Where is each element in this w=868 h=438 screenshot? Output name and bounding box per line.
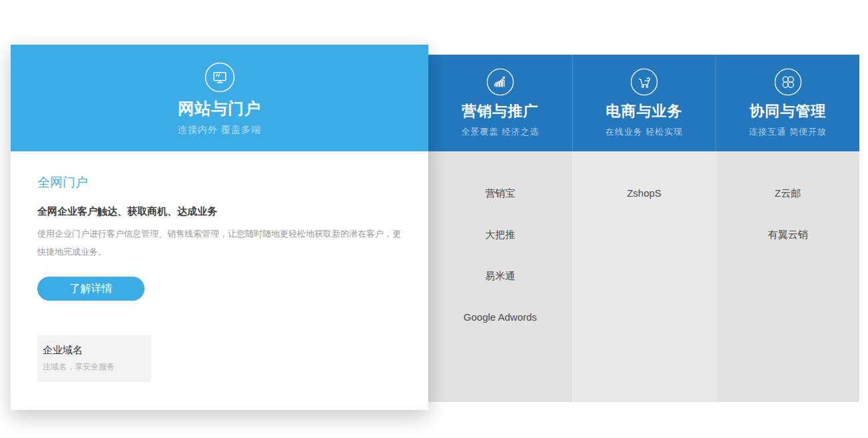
column-marketing-items: 营销宝 大把推 易米通 Google Adwords [428,151,572,402]
category-title: 协同与管理 [749,101,826,121]
column-ecommerce: 电商与业务 在线业务 轻松实现 ZshopS [572,55,716,402]
column-ecommerce-items: ZshopS [572,151,716,402]
product-description: 使用企业门户进行客户信息管理、销售线索管理，让您随时随地更轻松地获取新的潜在客户… [37,225,402,261]
column-marketing: 营销与推广 全景覆盖 经济之选 营销宝 大把推 易米通 Google Adwor… [428,55,572,402]
product-item[interactable]: Google Adwords [428,297,572,338]
page-background: 网站与门户 连接内外 覆盖多端 全网门户 全网企业客户触达、获取商机、达成业务 … [0,0,868,438]
product-section-title: 全网门户 [37,174,402,191]
category-subtitle: 连接互通 简便开放 [749,126,827,138]
sub-product-name: 企业域名 [43,344,151,357]
category-subtitle: 在线业务 轻松实现 [606,126,683,138]
category-title: 营销与推广 [462,101,538,121]
category-header-website-portal[interactable]: 网站与门户 连接内外 覆盖多端 [11,45,428,151]
category-subtitle: 连接内外 覆盖多端 [178,124,261,136]
category-columns-panel: 营销与推广 全景覆盖 经济之选 营销宝 大把推 易米通 Google Adwor… [428,55,859,402]
product-item[interactable]: 易米通 [428,255,572,297]
sub-product-card-domain[interactable]: 企业域名 注域名，享安全服务 [37,335,151,382]
chart-growth-icon [486,68,514,96]
product-item[interactable]: 有翼云销 [716,214,859,255]
product-item[interactable]: Z云邮 [716,173,859,214]
product-item[interactable]: ZshopS [573,173,716,214]
monitor-icon [205,62,235,93]
category-header-marketing[interactable]: 营销与推广 全景覆盖 经济之选 [428,55,572,151]
category-header-ecommerce[interactable]: 电商与业务 在线业务 轻松实现 [572,55,716,151]
category-title: 电商与业务 [606,101,683,121]
product-item[interactable]: 大把推 [428,214,572,255]
category-title: 网站与门户 [178,99,261,119]
expanded-category-card: 网站与门户 连接内外 覆盖多端 全网门户 全网企业客户触达、获取商机、达成业务 … [11,45,428,410]
column-collaboration-items: Z云邮 有翼云销 [715,151,859,402]
category-detail-body: 全网门户 全网企业客户触达、获取商机、达成业务 使用企业门户进行客户信息管理、销… [11,174,428,382]
product-item[interactable]: 营销宝 [428,173,572,214]
column-collaboration: 协同与管理 连接互通 简便开放 Z云邮 有翼云销 [715,55,859,402]
product-headline: 全网企业客户触达、获取商机、达成业务 [37,205,402,218]
sub-product-desc: 注域名，享安全服务 [43,361,151,373]
clover-circles-icon [774,68,802,96]
category-header-collaboration[interactable]: 协同与管理 连接互通 简便开放 [715,55,859,151]
category-subtitle: 全景覆盖 经济之选 [462,126,540,138]
cart-icon [630,68,658,96]
learn-more-button[interactable]: 了解详情 [37,277,145,301]
